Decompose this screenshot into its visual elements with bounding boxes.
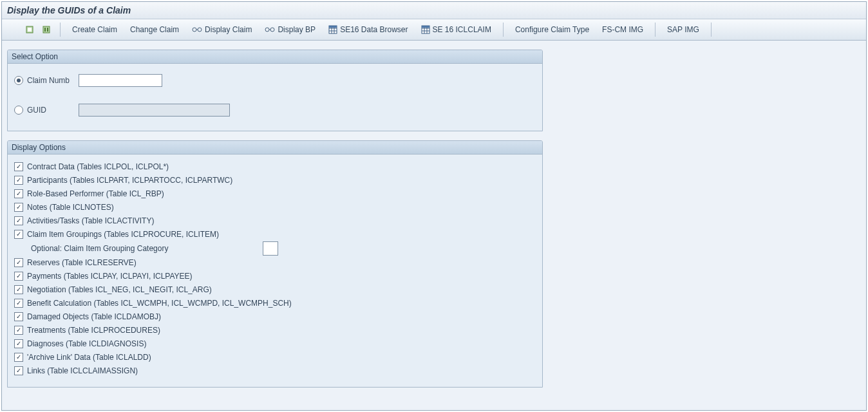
svg-rect-1 — [28, 28, 32, 32]
select-option-panel: Select Option Claim Numb GUID — [7, 50, 543, 131]
checkbox[interactable] — [14, 272, 23, 281]
checkbox[interactable] — [14, 312, 23, 321]
guid-radio[interactable] — [14, 106, 23, 115]
checkbox[interactable] — [14, 326, 23, 335]
checkbox[interactable] — [14, 366, 23, 375]
content-area: Select Option Claim Numb GUID Display Op… — [2, 41, 866, 402]
checkbox[interactable] — [14, 189, 23, 198]
svg-rect-2 — [43, 26, 50, 33]
se16-iclclaim-button[interactable]: SE 16 ICLCLAIM — [421, 25, 491, 34]
glasses-icon — [192, 26, 202, 33]
claim-numb-row: Claim Numb — [14, 73, 536, 88]
display-options-header: Display Options — [8, 141, 542, 154]
svg-point-6 — [198, 28, 202, 32]
chk-label: Role-Based Performer (Table ICL_RBP) — [27, 189, 164, 198]
change-claim-button[interactable]: Change Claim — [130, 25, 179, 34]
claim-numb-label: Claim Numb — [27, 76, 79, 85]
checkbox[interactable] — [14, 285, 23, 294]
svg-rect-4 — [47, 28, 48, 32]
app-window: www.tutorialkart.com Display the GUIDs o… — [1, 1, 867, 411]
sap-img-button[interactable]: SAP IMG — [667, 25, 699, 34]
svg-point-5 — [193, 28, 196, 32]
create-claim-button[interactable]: Create Claim — [72, 25, 117, 34]
chk-label: Notes (Table ICLNOTES) — [27, 203, 114, 212]
chk-label: Negotiation (Tables ICL_NEG, ICL_NEGIT, … — [27, 285, 212, 294]
display-options-panel: Display Options Contract Data (Tables IC… — [7, 140, 543, 388]
toolbar-separator — [60, 23, 61, 37]
checkbox[interactable] — [14, 176, 23, 185]
optional-category-input[interactable] — [263, 241, 278, 256]
guid-label: GUID — [27, 106, 79, 115]
checkbox[interactable] — [14, 216, 23, 225]
checkbox[interactable] — [14, 203, 23, 212]
fs-cm-img-button[interactable]: FS-CM IMG — [602, 25, 643, 34]
claim-numb-radio[interactable] — [14, 76, 23, 85]
checkbox[interactable] — [14, 353, 23, 362]
execute-variant-icon[interactable] — [40, 23, 53, 36]
page-title: Display the GUIDs of a Claim — [2, 2, 866, 19]
optional-category-row: Optional: Claim Item Grouping Category — [31, 241, 536, 256]
display-claim-button[interactable]: Display Claim — [192, 25, 252, 34]
checkbox[interactable] — [14, 339, 23, 348]
grid-icon — [421, 25, 430, 34]
chk-label: Reserves (Table ICLRESERVE) — [27, 258, 137, 267]
toolbar-separator — [655, 23, 656, 37]
chk-label: Links (Table ICLCLAIMASSIGN) — [27, 366, 138, 375]
chk-label: Activities/Tasks (Table ICLACTIVITY) — [27, 216, 154, 225]
chk-label: Diagnoses (Table ICLDIAGNOSIS) — [27, 339, 146, 348]
toolbar-separator — [503, 23, 504, 37]
checkbox[interactable] — [14, 162, 23, 171]
optional-category-label: Optional: Claim Item Grouping Category — [31, 244, 243, 253]
guid-row: GUID — [14, 102, 536, 118]
chk-label: Payments (Tables ICLPAY, ICLPAYI, ICLPAY… — [27, 272, 193, 281]
se16-data-browser-button[interactable]: SE16 Data Browser — [328, 25, 408, 34]
chk-label: Claim Item Groupings (Tables ICLPROCURE,… — [27, 230, 219, 239]
svg-point-8 — [265, 28, 269, 32]
svg-point-9 — [270, 28, 274, 32]
toolbar: Create Claim Change Claim Display Claim … — [2, 19, 866, 41]
guid-input[interactable] — [79, 104, 230, 117]
chk-label: Contract Data (Tables ICLPOL, ICLPOL*) — [27, 162, 169, 171]
chk-label: Participants (Tables ICLPART, ICLPARTOCC… — [27, 176, 232, 185]
svg-rect-22 — [422, 26, 429, 28]
claim-numb-input[interactable] — [79, 74, 162, 87]
checkbox[interactable] — [14, 230, 23, 239]
toolbar-separator — [711, 23, 712, 37]
checkbox[interactable] — [14, 299, 23, 308]
svg-rect-3 — [44, 28, 46, 32]
chk-label: Damaged Objects (Table ICLDAMOBJ) — [27, 312, 161, 321]
execute-icon[interactable] — [23, 23, 36, 36]
svg-rect-16 — [329, 26, 337, 28]
chk-label: 'Archive Link' Data (Table ICLALDD) — [27, 353, 151, 362]
chk-label: Benefit Calculation (Tables ICL_WCMPH, I… — [27, 299, 292, 308]
grid-icon — [328, 25, 337, 34]
select-option-header: Select Option — [8, 50, 542, 64]
chk-label: Treatments (Table ICLPROCEDURES) — [27, 326, 160, 335]
configure-claim-type-button[interactable]: Configure Claim Type — [515, 25, 589, 34]
glasses-icon — [265, 26, 275, 33]
checkbox[interactable] — [14, 258, 23, 267]
display-bp-button[interactable]: Display BP — [265, 25, 316, 34]
